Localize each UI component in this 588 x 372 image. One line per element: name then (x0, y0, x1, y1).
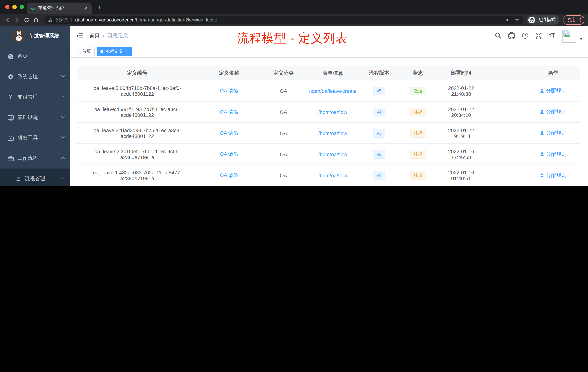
sidebar-item-payment-management[interactable]: ¥ 支付管理 (0, 87, 70, 107)
tab-title: 芋道管理系统 (38, 5, 84, 11)
browser-update-button[interactable]: 更新 (563, 15, 584, 25)
workflow-submenu: 流程管理 流程表单 用户分组 (0, 169, 70, 186)
bookmark-star-icon[interactable]: ☆ (515, 17, 519, 23)
sidebar-item-label: 基础设施 (17, 114, 61, 121)
form-info-link[interactable]: /bpm/oa/leave/create (309, 88, 357, 94)
definition-table: 定义编号 定义名称 定义分类 表单信息 流程版本 状态 部署时间 操作 oa_l… (77, 66, 580, 186)
incognito-icon (528, 16, 535, 23)
deploy-time: 2022-01-22 21:48:38 (437, 80, 485, 101)
version-badge: v2 (373, 150, 385, 159)
not-secure-warning-icon (48, 18, 53, 22)
sidebar-item-infrastructure[interactable]: 基础设施 (0, 107, 70, 128)
definition-category: OA (261, 165, 306, 186)
tag-process-definition[interactable]: 流程定义 × (97, 47, 132, 56)
back-icon[interactable] (3, 15, 12, 25)
chevron-down-icon (61, 136, 65, 140)
assign-rule-link[interactable]: 分配规则 (539, 109, 566, 115)
sidebar-item-system-management[interactable]: 系统管理 (0, 67, 70, 87)
chevron-down-icon (61, 95, 65, 99)
column-header-actions: 操作 (526, 66, 580, 80)
sidebar: 芋道管理系统 首页 系统管理 ¥ 支付管理 (0, 26, 70, 186)
incognito-label: 无痕模式 (537, 17, 556, 23)
column-header-deploy-time: 部署时间 (437, 66, 485, 80)
definition-name-link[interactable]: OA 请假 (220, 109, 239, 115)
definition-name-link[interactable]: OA 请假 (220, 151, 239, 157)
browser-toolbar: 不安全 | dashboard.yudao.iocoder.cn/bpm/man… (0, 14, 588, 26)
assign-rule-link[interactable]: 分配规则 (539, 172, 566, 178)
chevron-down-icon (61, 116, 65, 119)
tag-close-icon[interactable]: × (126, 49, 128, 54)
list-tree-icon (15, 176, 21, 182)
avatar-caret-down-icon[interactable] (579, 38, 583, 40)
version-badge: v3 (373, 129, 385, 137)
window-zoom-button[interactable] (20, 5, 24, 9)
sidebar-item-dev-tools[interactable]: 研发工具 (0, 128, 70, 148)
column-header-category: 定义分类 (261, 66, 306, 80)
assign-rule-link[interactable]: 分配规则 (539, 151, 566, 157)
reload-icon[interactable] (22, 15, 31, 25)
window-minimize-button[interactable] (12, 5, 17, 9)
deploy-time: 2022-01-16 01:40:51 (437, 165, 485, 186)
browser-tab[interactable]: 芋道管理系统 × (27, 2, 92, 14)
url-path[interactable]: /bpm/manager/definition?key=oa_leave (135, 17, 217, 22)
sidebar-item-label: 研发工具 (17, 135, 61, 141)
sidebar-item-home[interactable]: 首页 (0, 46, 70, 67)
form-info-link[interactable]: /bpm/oa/flow (318, 109, 347, 115)
main-area: 流程模型 - 定义列表 首页 / 流程定义 ? (70, 26, 588, 186)
definition-id: oa_leave:1:482ec033-762a-11ec-8477-a2380… (77, 165, 198, 186)
status-badge: 激活 (410, 87, 426, 95)
forward-icon[interactable] (12, 15, 22, 25)
chevron-down-icon (61, 75, 65, 79)
tag-home[interactable]: 首页 (79, 47, 94, 56)
window-controls (5, 5, 24, 9)
sidebar-item-process-management[interactable]: 流程管理 (0, 169, 70, 186)
deploy-time: 2022-01-16 17:46:53 (437, 144, 485, 164)
breadcrumb-separator: / (103, 33, 104, 39)
github-icon[interactable] (507, 31, 516, 40)
definition-category: OA (261, 101, 306, 122)
status-badge: 挂起 (410, 150, 426, 159)
sidebar-fold-icon[interactable] (76, 32, 84, 40)
address-bar[interactable]: 不安全 | dashboard.yudao.iocoder.cn/bpm/man… (44, 15, 523, 24)
update-label[interactable]: 更新 (568, 17, 577, 23)
password-key-icon[interactable] (505, 17, 511, 23)
definition-name-link[interactable]: OA 请假 (220, 172, 239, 178)
definition-category: OA (261, 123, 306, 143)
browser-menu-kebab-icon[interactable] (580, 17, 581, 22)
search-icon[interactable] (494, 31, 503, 40)
form-info-link[interactable]: /bpm/oa/flow (318, 130, 347, 136)
sidebar-item-label: 工作流程 (17, 155, 61, 162)
new-tab-button[interactable]: + (95, 4, 104, 12)
definition-id: oa_leave:3:1fad3d93-7b75-11ec-a3c8-acde4… (77, 123, 198, 143)
definition-name-link[interactable]: OA 请假 (220, 130, 239, 136)
deploy-time: 2022-01-22 20:34:10 (437, 101, 485, 122)
toolbox-icon (7, 135, 14, 141)
form-info-link[interactable]: /bpm/oa/flow (318, 172, 347, 178)
help-icon[interactable]: ? (521, 31, 529, 40)
definition-id: oa_leave:5:004b710b-7b8a-11ec-8ef0-acde4… (77, 80, 198, 101)
table-row: oa_leave:1:482ec033-762a-11ec-8477-a2380… (77, 165, 580, 186)
fullscreen-icon[interactable] (534, 31, 543, 40)
form-info-link[interactable]: /bpm/oa/flow (318, 151, 347, 157)
avatar[interactable] (562, 29, 576, 43)
assign-rule-link[interactable]: 分配规则 (539, 130, 566, 136)
url-host[interactable]: dashboard.yudao.iocoder.cn (75, 17, 135, 22)
table-row: oa_leave:4:991f2193-7b7f-11ec-a3c8-acde4… (77, 101, 580, 123)
sidebar-item-workflow[interactable]: 工作流程 (0, 148, 70, 169)
security-label[interactable]: 不安全 (54, 17, 68, 23)
table-header-row: 定义编号 定义名称 定义分类 表单信息 流程版本 状态 部署时间 操作 (77, 66, 580, 80)
assign-rule-link[interactable]: 分配规则 (539, 88, 566, 94)
breadcrumb-home-link[interactable]: 首页 (89, 33, 100, 39)
definition-name-link[interactable]: OA 请假 (220, 88, 239, 94)
column-header-id: 定义编号 (77, 66, 198, 80)
tab-close-icon[interactable]: × (84, 5, 88, 11)
sidebar-logo[interactable]: 芋道管理系统 (0, 26, 70, 46)
home-icon[interactable] (31, 15, 41, 25)
font-size-icon[interactable]: TT (548, 31, 556, 40)
definition-category: OA (261, 144, 306, 164)
table-row: oa_leave:2:3c1f0ef1-76b1-11ec-9c66-a2380… (77, 144, 580, 165)
screen: 芋道管理系统 × + 不安全 | dashboard.yudao.iocoder… (0, 0, 588, 186)
sidebar-item-label: 支付管理 (17, 94, 61, 100)
window-close-button[interactable] (5, 5, 10, 9)
page-content: 定义编号 定义名称 定义分类 表单信息 流程版本 状态 部署时间 操作 oa_l… (70, 57, 588, 186)
